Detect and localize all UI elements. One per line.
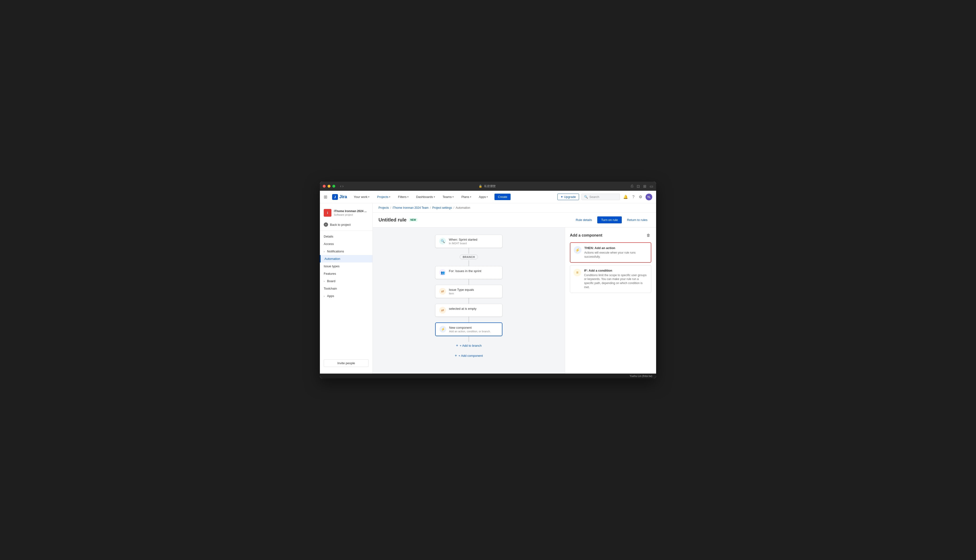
chevron-down-icon: ▾ <box>389 195 390 198</box>
sidebar-item-label: Details <box>324 235 333 238</box>
nav-apps[interactable]: Apps ▾ <box>477 194 490 200</box>
new-component-subtitle: Add an action, condition, or branch. <box>449 330 498 333</box>
panel-delete-button[interactable]: 🗑 <box>645 232 651 238</box>
grid-icon[interactable]: ⊞ <box>324 194 328 200</box>
if-condition-title: IF: Add a condition <box>584 269 648 272</box>
sidebar-item-board[interactable]: › Board <box>320 277 373 285</box>
trigger-node[interactable]: 🔍 When: Sprint started In IM24T board <box>435 235 502 248</box>
add-component-button[interactable]: + + Add component <box>452 352 486 359</box>
plus-icon: + <box>455 353 457 358</box>
sidebar-item-toolchain[interactable]: Toolchain <box>320 285 373 292</box>
selected-at-title: selected at is empty <box>449 307 498 310</box>
nav-your-work[interactable]: Your work ▾ <box>352 194 371 200</box>
sidebar-item-label: Apps <box>327 294 334 298</box>
panel-header: Add a component 🗑 <box>570 232 651 238</box>
new-component-node[interactable]: ⚡ New component Add an action, condition… <box>435 322 502 336</box>
chevron-right-icon: › <box>324 280 325 283</box>
trigger-title: When: Sprint started <box>449 238 498 242</box>
content-area: Projects / iThome Ironman 2024 Team / Pr… <box>373 203 656 373</box>
breadcrumb-sep: / <box>390 206 391 210</box>
sidebar-item-features[interactable]: Features <box>320 270 373 277</box>
project-header: i iThome Ironman 2024 ... Software proje… <box>320 207 373 220</box>
nav-projects[interactable]: Projects ▾ <box>375 194 392 200</box>
sidebar-item-automation[interactable]: Automation <box>320 255 373 262</box>
invite-people-button[interactable]: Invite people <box>324 359 369 367</box>
issue-type-content: Issue Type equals Item <box>449 288 498 295</box>
sidebar-item-details[interactable]: Details <box>320 233 373 240</box>
notifications-icon[interactable]: 🔔 <box>622 193 629 200</box>
for-issues-content: For: Issues in the sprint <box>449 269 498 273</box>
then-action-option[interactable]: ⚡ THEN: Add an action Actions will execu… <box>570 242 651 263</box>
sidebar-item-issue-types[interactable]: Issue types <box>320 262 373 270</box>
return-to-rules-button[interactable]: Return to rules <box>624 217 650 223</box>
trigger-content: When: Sprint started In IM24T board <box>449 238 498 245</box>
selected-at-icon: ⇄ <box>439 307 446 313</box>
new-badge: NEW <box>409 218 418 222</box>
titlebar-right: ⎙ ⊡ ⊞ ▭ <box>631 184 653 188</box>
for-issues-node[interactable]: 👥 For: Issues in the sprint <box>435 266 502 279</box>
automation-canvas[interactable]: 🔍 When: Sprint started In IM24T board BR… <box>373 227 565 373</box>
titlebar-center: 🔒 私密瀏覽 <box>346 184 629 188</box>
issue-type-node[interactable]: ⇄ Issue Type equals Item <box>435 285 502 298</box>
flow-container: 🔍 When: Sprint started In IM24T board BR… <box>397 235 541 359</box>
nav-plans[interactable]: Plans ▾ <box>460 194 473 200</box>
back-to-project-link[interactable]: + Back to project <box>320 220 373 229</box>
statusbar: Yuehu Lin (fntsr.tw) <box>320 373 656 378</box>
jira-logo-text: Jira <box>339 194 347 199</box>
sidebar-item-apps[interactable]: › Apps <box>320 292 373 300</box>
chevron-down-icon: ▾ <box>486 195 488 198</box>
user-avatar[interactable]: YL <box>645 193 652 200</box>
back-arrow-icon[interactable]: ‹ <box>340 184 341 188</box>
forward-arrow-icon[interactable]: › <box>342 184 343 188</box>
plus-icon[interactable]: ⊞ <box>643 184 646 188</box>
trigger-subtitle: In IM24T board <box>449 242 498 245</box>
nav-teams[interactable]: Teams ▾ <box>441 194 456 200</box>
bookmark-icon[interactable]: ⊡ <box>637 184 640 188</box>
plus-icon: + <box>456 343 458 348</box>
jira-logo[interactable]: J Jira <box>332 194 347 200</box>
create-button[interactable]: Create <box>495 193 511 200</box>
chevron-down-icon: ▾ <box>434 195 435 198</box>
connector-4 <box>468 298 469 304</box>
settings-icon[interactable]: ⚙ <box>638 193 643 200</box>
page-header: Untitled rule NEW Rule details Turn on r… <box>373 213 656 227</box>
component-panel: Add a component 🗑 ⚡ THEN: Add an action … <box>565 227 656 373</box>
issue-type-subtitle: Item <box>449 292 498 295</box>
minimize-button[interactable] <box>328 185 331 188</box>
selected-at-content: selected at is empty <box>449 307 498 310</box>
nav-filters[interactable]: Filters ▾ <box>396 194 410 200</box>
sidebar-item-access[interactable]: Access <box>320 240 373 248</box>
breadcrumb-current: Automation <box>456 206 470 210</box>
rule-details-button[interactable]: Rule details <box>573 217 595 223</box>
breadcrumb-settings[interactable]: Project settings <box>432 206 452 210</box>
breadcrumb-team[interactable]: iThome Ironman 2024 Team <box>393 206 429 210</box>
sidebar-item-notifications[interactable]: › Notifications <box>320 248 373 255</box>
chevron-right-icon: › <box>324 250 325 253</box>
upgrade-button[interactable]: ✦ Upgrade <box>557 193 579 200</box>
lock-icon: 🔒 <box>479 185 482 188</box>
for-issues-title: For: Issues in the sprint <box>449 269 498 273</box>
project-type: Software project <box>334 213 367 216</box>
connector-1 <box>468 248 469 253</box>
share-icon[interactable]: ⎙ <box>631 184 633 188</box>
connector-5 <box>468 317 469 322</box>
close-button[interactable] <box>323 185 326 188</box>
sidebar-icon[interactable]: ▭ <box>650 184 653 188</box>
add-to-branch-button[interactable]: + + Add to branch <box>453 342 485 349</box>
connector-2 <box>468 260 469 266</box>
sidebar-nav: i iThome Ironman 2024 ... Software proje… <box>320 207 373 357</box>
breadcrumb-projects[interactable]: Projects <box>378 206 389 210</box>
breadcrumb-sep: / <box>430 206 431 210</box>
chevron-down-icon: ▾ <box>470 195 471 198</box>
main-layout: i iThome Ironman 2024 ... Software proje… <box>320 203 656 373</box>
connector-3 <box>468 279 469 285</box>
help-icon[interactable]: ? <box>632 194 635 200</box>
nav-dashboards[interactable]: Dashboards ▾ <box>414 194 437 200</box>
turn-on-rule-button[interactable]: Turn on rule <box>597 217 622 223</box>
if-condition-option[interactable]: ≡ IF: Add a condition Conditions limit t… <box>570 265 651 293</box>
new-component-title: New component <box>449 326 498 330</box>
maximize-button[interactable] <box>333 185 335 188</box>
search-box[interactable]: 🔍 Search <box>582 193 620 200</box>
automation-area: 🔍 When: Sprint started In IM24T board BR… <box>373 227 656 373</box>
selected-at-node[interactable]: ⇄ selected at is empty <box>435 304 502 317</box>
